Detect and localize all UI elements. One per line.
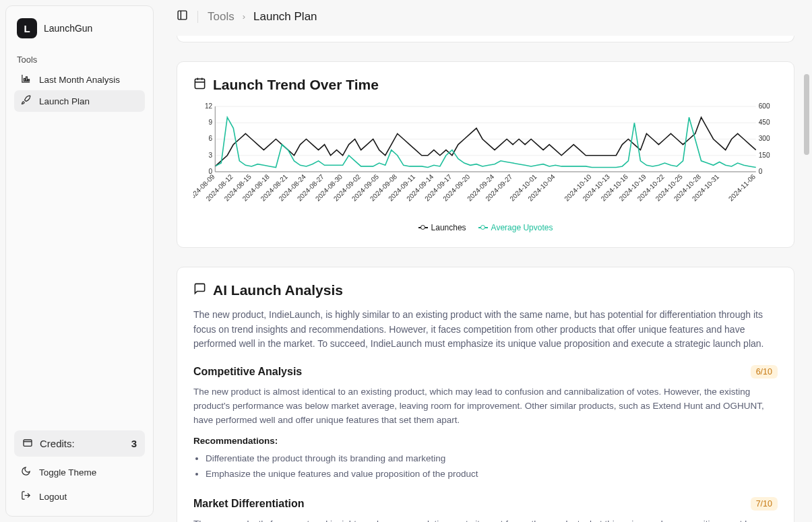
logout-icon	[21, 490, 31, 502]
section-heading: Competitive Analysis	[193, 366, 302, 378]
sidebar-item-launch-plan[interactable]: Launch Plan	[14, 90, 145, 112]
sidebar: L LaunchGun Tools Last Month Analysis La…	[5, 5, 154, 517]
svg-text:12: 12	[205, 102, 213, 110]
separator	[197, 11, 198, 23]
calendar-icon	[193, 77, 206, 93]
svg-rect-3	[24, 440, 32, 446]
chart-card: Launch Trend Over Time 03691201503004506…	[177, 61, 794, 248]
score-badge: 6/10	[751, 365, 778, 379]
section-head-differentiation: Market Differentiation 7/10	[193, 497, 778, 511]
legend-upvotes: Average Upvotes	[478, 223, 553, 232]
svg-text:450: 450	[759, 119, 770, 126]
score-badge: 7/10	[751, 497, 778, 511]
list-item: Differentiate the product through its br…	[206, 451, 778, 467]
sidebar-item-label: Last Month Analysis	[39, 75, 120, 85]
section-text: The new product is almost identical to a…	[193, 385, 778, 428]
analysis-card-title: AI Launch Analysis	[193, 282, 778, 298]
sidebar-footer: Credits: 3 Toggle Theme Logout	[14, 430, 145, 508]
chart: 03691201503004506002024-08-092024-08-122…	[193, 102, 778, 220]
brand-logo: L	[17, 18, 37, 38]
svg-rect-5	[178, 11, 187, 20]
chart-card-title: Launch Trend Over Time	[193, 77, 778, 93]
section-heading: Market Differentiation	[193, 498, 304, 510]
scrollbar[interactable]	[801, 0, 811, 522]
credits-label: Credits:	[40, 438, 75, 449]
analysis-summary: The new product, IndieLaunch, is highly …	[193, 308, 778, 352]
svg-rect-0	[24, 79, 25, 81]
svg-rect-2	[28, 79, 30, 81]
wallet-icon	[22, 437, 33, 450]
main: Tools › Launch Plan Launch Trend Over Ti…	[159, 0, 812, 522]
svg-text:2024-11-06: 2024-11-06	[727, 172, 757, 202]
svg-text:300: 300	[759, 135, 770, 143]
message-icon	[193, 282, 206, 298]
sidebar-item-label: Launch Plan	[39, 96, 90, 106]
recommendations-title: Recommendations:	[193, 436, 778, 446]
section-head-competitive: Competitive Analysis 6/10	[193, 365, 778, 379]
brand[interactable]: L LaunchGun	[14, 14, 145, 45]
topbar: Tools › Launch Plan	[159, 0, 812, 36]
svg-rect-7	[195, 79, 204, 88]
nav-heading-tools: Tools	[17, 55, 142, 65]
breadcrumb: Tools › Launch Plan	[208, 10, 317, 24]
previous-card-edge	[177, 36, 794, 42]
credits-value: 3	[131, 438, 137, 449]
svg-text:0: 0	[759, 168, 763, 175]
chart-legend: Launches Average Upvotes	[193, 223, 778, 232]
breadcrumb-parent[interactable]: Tools	[208, 10, 235, 24]
svg-rect-1	[26, 77, 28, 81]
list-item: Emphasize the unique features and value …	[206, 467, 778, 482]
section-text: The new product's focus on trend insight…	[193, 517, 778, 522]
moon-icon	[21, 466, 31, 478]
bar-chart-icon	[21, 73, 31, 86]
svg-text:9: 9	[209, 119, 213, 126]
svg-text:600: 600	[759, 102, 770, 110]
scrollbar-thumb[interactable]	[804, 74, 809, 155]
svg-text:6: 6	[209, 135, 213, 143]
brand-name: LaunchGun	[44, 23, 92, 34]
toggle-theme-button[interactable]: Toggle Theme	[14, 461, 145, 484]
svg-text:150: 150	[759, 152, 770, 159]
logout-button[interactable]: Logout	[14, 485, 145, 508]
content: Launch Trend Over Time 03691201503004506…	[159, 36, 812, 522]
sidebar-item-last-month-analysis[interactable]: Last Month Analysis	[14, 69, 145, 90]
breadcrumb-current: Launch Plan	[253, 10, 317, 24]
toggle-theme-label: Toggle Theme	[39, 467, 96, 478]
analysis-card: AI Launch Analysis The new product, Indi…	[177, 267, 794, 522]
legend-launches: Launches	[418, 223, 466, 232]
chart-title-text: Launch Trend Over Time	[213, 77, 379, 93]
recommendations-list: Differentiate the product through its br…	[193, 451, 778, 482]
panel-toggle-icon[interactable]	[177, 9, 188, 24]
rocket-icon	[21, 95, 31, 107]
chevron-right-icon: ›	[243, 11, 245, 22]
logout-label: Logout	[39, 492, 67, 502]
credits-box[interactable]: Credits: 3	[14, 430, 145, 457]
analysis-title-text: AI Launch Analysis	[213, 282, 343, 298]
svg-text:3: 3	[209, 152, 213, 159]
